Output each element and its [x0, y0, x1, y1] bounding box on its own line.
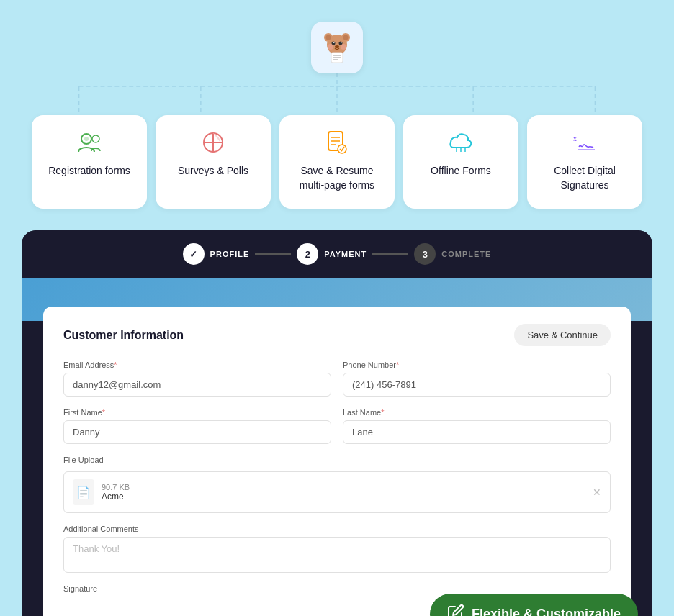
signature-icon: x — [572, 130, 598, 155]
card-signature: x Collect Digital Signatures — [527, 115, 642, 209]
file-upload-label: File Upload — [63, 456, 611, 464]
step-circle-payment: 2 — [297, 243, 318, 265]
svg-point-3 — [326, 35, 331, 40]
file-info: 90.7 KB Acme — [102, 483, 585, 502]
svg-point-9 — [335, 45, 339, 48]
lastname-input[interactable]: Lane — [343, 420, 611, 444]
comments-textarea[interactable]: Thank You! — [63, 537, 611, 573]
form-group-firstname: First Name* Danny — [63, 408, 331, 444]
file-remove-button[interactable]: ✕ — [593, 486, 601, 498]
comments-label: Additional Comments — [63, 525, 611, 533]
form-card-header: Customer Information Save & Continue — [63, 324, 611, 346]
feature-cards-row: Registration forms Surveys & Polls — [14, 115, 660, 209]
step-payment: 2 PAYMENT — [297, 243, 367, 265]
svg-point-24 — [84, 137, 89, 141]
step-profile: ✓ PROFILE — [183, 243, 250, 265]
svg-text:x: x — [573, 135, 577, 142]
svg-point-33 — [338, 145, 346, 153]
svg-point-4 — [343, 35, 349, 40]
file-upload-box[interactable]: 📄 90.7 KB Acme ✕ — [63, 471, 611, 513]
form-group-lastname: Last Name* Lane — [343, 408, 611, 444]
svg-point-25 — [92, 135, 99, 142]
flexible-badge: Flexible & Customizable — [430, 594, 638, 616]
card-registration: Registration forms — [32, 115, 147, 209]
flexible-badge-text: Flexible & Customizable — [472, 607, 621, 616]
card-offline: Offline Forms — [403, 115, 518, 209]
step-circle-complete: 3 — [414, 243, 436, 265]
card-signature-label: Collect Digital Signatures — [539, 164, 631, 192]
surveys-icon — [202, 130, 225, 155]
phone-input[interactable]: (241) 456-7891 — [343, 373, 611, 397]
form-row-email-phone: Email Address* danny12@gmail.com Phone N… — [63, 361, 611, 397]
form-row-name: First Name* Danny Last Name* Lane — [63, 408, 611, 444]
svg-point-11 — [341, 44, 346, 50]
top-icon-container — [14, 22, 660, 73]
step-circle-profile: ✓ — [183, 243, 205, 265]
offline-icon — [448, 130, 474, 155]
firstname-label: First Name* — [63, 408, 331, 417]
form-group-email: Email Address* danny12@gmail.com — [63, 361, 331, 397]
signature-label: Signature — [63, 584, 611, 593]
card-registration-label: Registration forms — [48, 164, 130, 178]
file-icon: 📄 — [73, 479, 94, 505]
card-save-resume-label: Save & Resume multi-page forms — [291, 164, 383, 192]
step-line-2 — [372, 253, 408, 255]
form-group-comments: Additional Comments Thank You! — [63, 525, 611, 573]
step-label-profile: PROFILE — [210, 250, 250, 258]
progress-bar: ✓ PROFILE 2 PAYMENT 3 COMPLETE — [22, 230, 652, 278]
form-card-title: Customer Information — [63, 329, 184, 342]
svg-point-8 — [341, 42, 342, 43]
page-wrapper: Registration forms Surveys & Polls — [0, 0, 674, 616]
save-resume-icon — [326, 130, 348, 155]
email-label: Email Address* — [63, 361, 331, 369]
card-surveys-label: Surveys & Polls — [178, 164, 248, 178]
form-preview-section: ✓ PROFILE 2 PAYMENT 3 COMPLETE — [22, 230, 652, 616]
file-size: 90.7 KB — [102, 483, 585, 492]
card-offline-label: Offline Forms — [431, 164, 491, 178]
email-input[interactable]: danny12@gmail.com — [63, 373, 331, 397]
signature-drawing — [63, 600, 121, 616]
registration-icon — [77, 130, 102, 155]
form-group-phone: Phone Number* (241) 456-7891 — [343, 361, 611, 397]
step-line-1 — [255, 253, 291, 255]
form-card: Customer Information Save & Continue Ema… — [43, 307, 631, 616]
svg-point-7 — [333, 42, 335, 43]
card-surveys: Surveys & Polls — [156, 115, 271, 209]
lastname-label: Last Name* — [343, 408, 611, 417]
svg-point-10 — [328, 44, 333, 50]
card-save-resume: Save & Resume multi-page forms — [279, 115, 395, 209]
save-continue-button[interactable]: Save & Continue — [514, 324, 611, 346]
file-name: Acme — [102, 492, 585, 502]
step-label-payment: PAYMENT — [324, 250, 367, 258]
badge-edit-icon — [447, 604, 464, 616]
step-label-complete: COMPLETE — [441, 250, 491, 258]
mascot-icon-box — [311, 22, 363, 73]
phone-label: Phone Number* — [343, 361, 611, 369]
firstname-input[interactable]: Danny — [63, 420, 331, 444]
form-preview-bg: ✓ PROFILE 2 PAYMENT 3 COMPLETE — [22, 230, 652, 616]
mascot-svg — [318, 29, 356, 66]
form-group-file: File Upload 📄 90.7 KB Acme ✕ — [63, 456, 611, 513]
step-complete: 3 COMPLETE — [414, 243, 491, 265]
connector-lines — [14, 72, 660, 115]
